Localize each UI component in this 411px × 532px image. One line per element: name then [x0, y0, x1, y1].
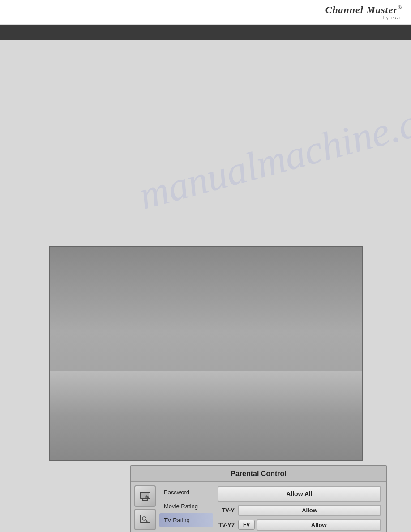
svg-rect-7	[140, 515, 150, 522]
svg-line-9	[146, 520, 147, 522]
brand-name: Channel Master®	[325, 4, 402, 16]
tv-y-allow-btn[interactable]: Allow	[238, 505, 381, 516]
menu-item-password[interactable]: Password	[159, 485, 213, 499]
rating-row-tv-y7: TV-Y7 FV Allow	[218, 519, 381, 531]
sidebar-icons	[134, 485, 157, 532]
dialog-body: Password Movie Rating TV Rating Lock All…	[131, 482, 386, 532]
tv-y-label: TV-Y	[218, 507, 236, 514]
brand-logo: Channel Master® by PCT	[325, 4, 402, 20]
menu-item-movie-rating[interactable]: Movie Rating	[159, 499, 213, 513]
right-content: Allow All TV-Y Allow TV-Y7 FV Allow T	[216, 485, 383, 532]
watermark: manualmachine.com	[134, 87, 411, 219]
menu-item-tv-rating[interactable]: TV Rating	[159, 513, 213, 527]
tv-screen: Parental Control	[49, 246, 363, 461]
dialog-title: Parental Control	[131, 466, 386, 482]
parental-control-dialog: Parental Control	[130, 465, 387, 532]
menu-item-lock[interactable]: Lock	[159, 527, 213, 532]
monitor-search-icon	[139, 513, 151, 526]
svg-point-8	[142, 517, 146, 520]
brand-sub: by PCT	[383, 16, 402, 20]
search-icon-btn[interactable]	[134, 509, 156, 530]
header: Channel Master® by PCT	[0, 0, 411, 25]
tv-background	[50, 371, 362, 460]
allow-all-button[interactable]: Allow All	[218, 486, 381, 502]
tv-icon-btn[interactable]	[134, 485, 156, 507]
menu-list: Password Movie Rating TV Rating Lock	[159, 485, 213, 532]
main-area: manualmachine.com Parental Control	[0, 40, 411, 532]
dark-bar	[0, 25, 411, 40]
tv-y7-allow-btn[interactable]: Allow	[257, 519, 381, 531]
tv-y7-label: TV-Y7	[218, 522, 236, 528]
tv-y7-fv-btn[interactable]: FV	[238, 520, 255, 530]
tv-icon	[139, 490, 151, 502]
rating-row-tv-y: TV-Y Allow	[218, 504, 381, 516]
